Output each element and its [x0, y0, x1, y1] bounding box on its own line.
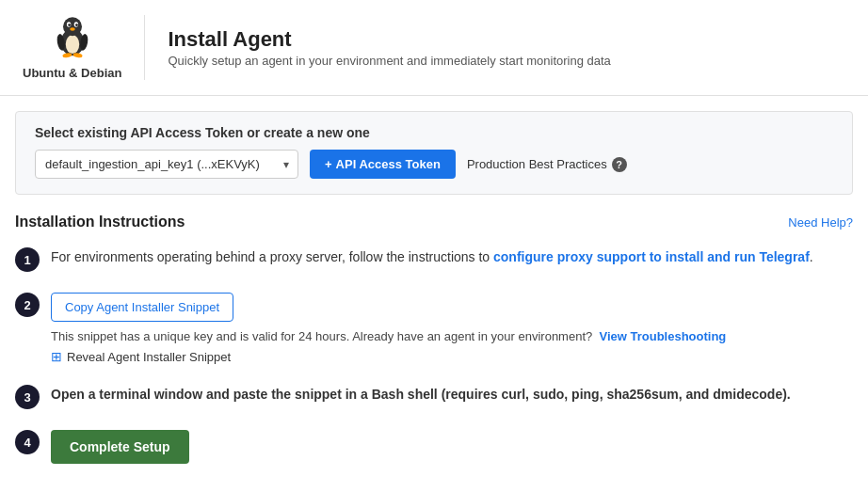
snippet-note-text: This snippet has a unique key and is val…: [51, 329, 592, 343]
step-3-content: Open a terminal window and paste the sni…: [51, 385, 853, 405]
reveal-icon: ⊞: [51, 349, 62, 364]
step-2-content: Copy Agent Installer Snippet This snippe…: [51, 293, 853, 364]
svg-point-1: [65, 35, 78, 54]
step-2-number: 2: [15, 293, 40, 317]
linux-icon: [49, 15, 96, 62]
svg-point-2: [63, 17, 82, 36]
logo-label: Ubuntu & Debian: [23, 66, 121, 80]
page-header: Ubuntu & Debian Install Agent Quickly se…: [0, 0, 868, 96]
step-1-number: 1: [15, 247, 40, 272]
reveal-label: Reveal Agent Installer Snippet: [67, 350, 231, 364]
step-4-number: 4: [15, 430, 40, 454]
reveal-row[interactable]: ⊞ Reveal Agent Installer Snippet: [51, 349, 853, 364]
install-header: Installation Instructions Need Help?: [15, 214, 853, 230]
api-access-token-button[interactable]: + API Access Token: [310, 150, 456, 179]
step-1-content: For environments operating behind a prox…: [51, 247, 853, 267]
step-3-number: 3: [15, 385, 40, 409]
logo-section: Ubuntu & Debian: [23, 15, 145, 80]
step-2: 2 Copy Agent Installer Snippet This snip…: [15, 293, 853, 364]
step-1-text-after: .: [810, 249, 813, 264]
token-section: Select existing API Access Token or crea…: [15, 111, 853, 195]
install-section: Installation Instructions Need Help? 1 F…: [0, 210, 868, 492]
copy-snippet-button[interactable]: Copy Agent Installer Snippet: [51, 293, 233, 322]
step-1: 1 For environments operating behind a pr…: [15, 247, 853, 272]
token-section-title: Select existing API Access Token or crea…: [35, 125, 833, 140]
step-1-text-before: For environments operating behind a prox…: [51, 249, 493, 264]
step-3-text: Open a terminal window and paste the sni…: [51, 385, 853, 405]
svg-point-5: [68, 24, 71, 26]
proxy-link[interactable]: configure proxy support to install and r…: [493, 249, 810, 264]
step-4: 4 Complete Setup: [15, 430, 853, 464]
token-select[interactable]: default_ingestion_api_key1 (...xEKVyK): [35, 150, 298, 179]
page-subtitle: Quickly setup an agent in your environme…: [168, 54, 610, 68]
svg-point-7: [70, 27, 75, 30]
api-access-token-label: API Access Token: [336, 157, 441, 171]
view-troubleshooting-link[interactable]: View Troubleshooting: [599, 329, 726, 343]
production-link-label: Production Best Practices: [467, 157, 607, 171]
step-1-text: For environments operating behind a prox…: [51, 247, 853, 267]
token-row: default_ingestion_api_key1 (...xEKVyK) ▾…: [35, 150, 833, 179]
page-title: Install Agent: [168, 27, 610, 52]
step-4-content: Complete Setup: [51, 430, 853, 464]
svg-point-6: [75, 24, 78, 26]
token-select-wrapper: default_ingestion_api_key1 (...xEKVyK) ▾: [35, 150, 298, 179]
step-3: 3 Open a terminal window and paste the s…: [15, 385, 853, 409]
help-icon: ?: [612, 157, 627, 172]
snippet-note: This snippet has a unique key and is val…: [51, 329, 853, 343]
need-help-link[interactable]: Need Help?: [788, 215, 853, 230]
install-title: Installation Instructions: [15, 214, 185, 230]
plus-icon: +: [325, 157, 332, 171]
complete-setup-button[interactable]: Complete Setup: [51, 430, 189, 464]
header-info: Install Agent Quickly setup an agent in …: [168, 27, 610, 68]
production-best-practices-link[interactable]: Production Best Practices ?: [467, 157, 627, 172]
